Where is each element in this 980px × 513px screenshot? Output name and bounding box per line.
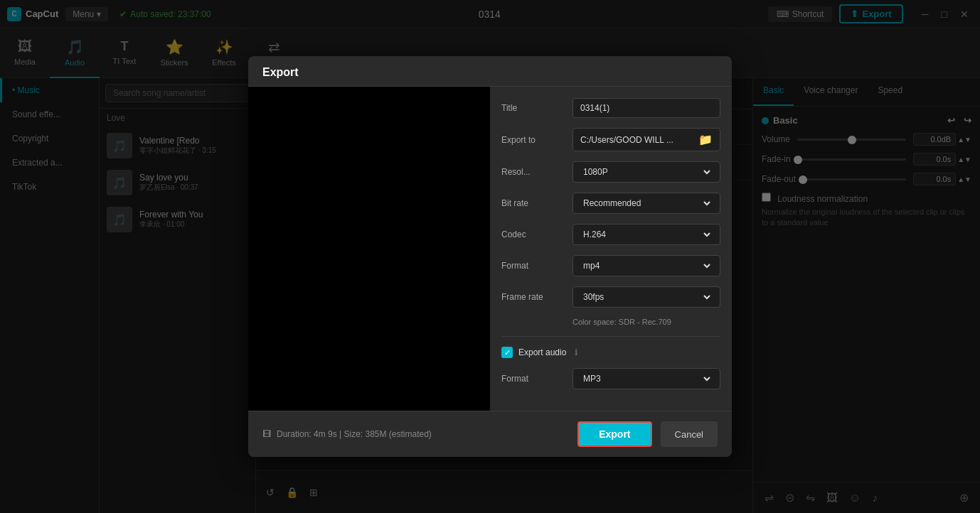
format-row: Format mp4 mov avi mkv — [501, 255, 720, 276]
title-row: Title 0314(1) — [501, 98, 720, 118]
codec-dropdown[interactable]: H.264 H.265 AV1 — [580, 229, 713, 240]
export-settings: Title 0314(1) Export to C:/Users/GOOD WI… — [490, 87, 732, 411]
film-icon: 🎞 — [262, 429, 271, 439]
resolution-select[interactable]: 1080P 720P 480P 2K 4K — [572, 161, 720, 183]
audio-format-label: Format — [501, 374, 565, 384]
dialog-body: Title 0314(1) Export to C:/Users/GOOD WI… — [248, 87, 732, 411]
dialog-title: Export — [248, 56, 732, 87]
bitrate-dropdown[interactable]: Recommended Low Medium High — [580, 198, 713, 209]
codec-label: Codec — [501, 230, 565, 239]
export-dialog: Export Title 0314(1) Export to — [248, 56, 732, 457]
folder-browse-icon[interactable]: 📁 — [698, 133, 713, 146]
bitrate-row: Bit rate Recommended Low Medium High — [501, 193, 720, 214]
format-label: Format — [501, 261, 565, 271]
export-confirm-button[interactable]: Export — [577, 421, 651, 447]
format-dropdown[interactable]: mp4 mov avi mkv — [580, 260, 713, 271]
footer-info: 🎞 Duration: 4m 9s | Size: 385M (estimate… — [262, 429, 432, 439]
resolution-dropdown[interactable]: 1080P 720P 480P 2K 4K — [580, 166, 713, 178]
frame-rate-label: Frame rate — [501, 292, 565, 302]
export-audio-checkbox[interactable]: ✓ — [501, 347, 513, 358]
divider — [501, 336, 720, 337]
export-audio-row: ✓ Export audio ℹ — [501, 347, 720, 358]
bitrate-select[interactable]: Recommended Low Medium High — [572, 193, 720, 214]
bitrate-label: Bit rate — [501, 198, 565, 208]
export-to-label: Export to — [501, 135, 565, 145]
title-label: Title — [501, 103, 565, 113]
resolution-label: Resol... — [501, 167, 565, 177]
resolution-row: Resol... 1080P 720P 480P 2K 4K — [501, 161, 720, 183]
dialog-footer: 🎞 Duration: 4m 9s | Size: 385M (estimate… — [248, 411, 732, 457]
export-audio-info-icon: ℹ — [575, 347, 578, 357]
audio-format-select[interactable]: MP3 AAC WAV — [572, 368, 720, 389]
video-preview — [248, 87, 490, 411]
audio-format-dropdown[interactable]: MP3 AAC WAV — [580, 373, 713, 384]
export-audio-label: Export audio — [518, 347, 566, 357]
frame-rate-dropdown[interactable]: 30fps 24fps 25fps 50fps 60fps — [580, 291, 713, 303]
frame-rate-row: Frame rate 30fps 24fps 25fps 50fps 60fps — [501, 286, 720, 308]
footer-info-text: Duration: 4m 9s | Size: 385M (estimated) — [277, 429, 432, 439]
codec-row: Codec H.264 H.265 AV1 — [501, 224, 720, 245]
frame-rate-select[interactable]: 30fps 24fps 25fps 50fps 60fps — [572, 286, 720, 308]
codec-select[interactable]: H.264 H.265 AV1 — [572, 224, 720, 245]
title-input[interactable]: 0314(1) — [572, 98, 720, 118]
format-select[interactable]: mp4 mov avi mkv — [572, 255, 720, 276]
footer-buttons: Export Cancel — [577, 421, 718, 447]
export-to-row: Export to C:/Users/GOOD WILL ... 📁 — [501, 128, 720, 151]
export-path-field[interactable]: C:/Users/GOOD WILL ... 📁 — [572, 128, 720, 151]
cancel-button[interactable]: Cancel — [661, 421, 718, 447]
color-space: Color space: SDR - Rec.709 — [572, 318, 720, 326]
audio-format-row: Format MP3 AAC WAV — [501, 368, 720, 389]
dialog-overlay: Export Title 0314(1) Export to — [0, 0, 980, 513]
